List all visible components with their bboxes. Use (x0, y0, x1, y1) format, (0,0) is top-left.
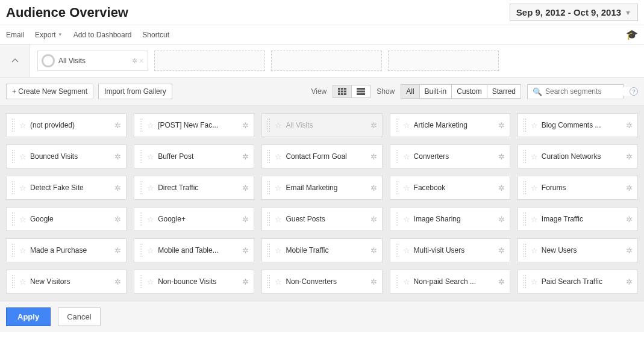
drag-handle-icon[interactable] (267, 212, 271, 226)
star-icon[interactable]: ☆ (147, 121, 154, 130)
gear-icon[interactable]: ✲ (626, 215, 633, 224)
gear-icon[interactable]: ✲ (626, 277, 633, 286)
segment-card[interactable]: ☆Google+✲ (134, 207, 254, 231)
star-icon[interactable]: ☆ (19, 246, 27, 255)
star-icon[interactable]: ☆ (403, 152, 410, 161)
gear-icon[interactable]: ✲ (626, 246, 633, 255)
segment-card[interactable]: ☆Multi-visit Users✲ (390, 238, 510, 262)
segment-card[interactable]: ☆Mobile and Table...✲ (134, 238, 254, 262)
segment-card[interactable]: ☆Forums✲ (517, 176, 638, 200)
star-icon[interactable]: ☆ (275, 152, 282, 161)
star-icon[interactable]: ☆ (19, 215, 27, 224)
segment-card[interactable]: ☆Blog Comments ...✲ (517, 113, 638, 137)
add-to-dashboard-link[interactable]: Add to Dashboard (73, 31, 132, 39)
gear-icon[interactable]: ✲ (498, 184, 505, 193)
segment-card[interactable]: ☆[POST] New Fac...✲ (134, 113, 254, 137)
segment-card[interactable]: ☆Image Traffic✲ (517, 207, 638, 231)
filter-builtin[interactable]: Built-in (419, 85, 452, 98)
gear-icon[interactable]: ✲ (114, 121, 121, 130)
gear-icon[interactable]: ✲ (242, 277, 249, 286)
drag-handle-icon[interactable] (267, 181, 271, 195)
gear-icon[interactable]: ✲ (498, 152, 505, 161)
gear-icon[interactable]: ✲ (498, 277, 505, 286)
segment-card[interactable]: ☆Google✲ (6, 207, 127, 231)
segment-card[interactable]: ☆Non-paid Search ...✲ (390, 270, 510, 294)
segment-card[interactable]: ☆Facebook✲ (390, 176, 510, 200)
search-segments-box[interactable]: 🔍 (527, 84, 624, 99)
gear-icon[interactable]: ✲ (370, 121, 377, 130)
drag-handle-icon[interactable] (139, 181, 143, 195)
drag-handle-icon[interactable] (395, 181, 399, 195)
segment-card[interactable]: ☆New Visitors✲ (6, 270, 127, 294)
grid-view-option[interactable] (333, 85, 351, 97)
empty-segment-slot[interactable] (388, 51, 499, 71)
drag-handle-icon[interactable] (139, 149, 143, 164)
drag-handle-icon[interactable] (395, 243, 399, 258)
gear-icon[interactable]: ✲ (370, 277, 377, 286)
segment-card[interactable]: ☆Converters✲ (390, 144, 510, 168)
star-icon[interactable]: ☆ (19, 184, 27, 193)
segment-card[interactable]: ☆Direct Traffic✲ (134, 176, 254, 200)
star-icon[interactable]: ☆ (275, 277, 282, 286)
gear-icon[interactable]: ✲ (370, 184, 377, 193)
gear-icon[interactable]: ✲ (242, 246, 249, 255)
apply-button[interactable]: Apply (6, 307, 51, 326)
drag-handle-icon[interactable] (523, 243, 527, 258)
star-icon[interactable]: ☆ (403, 215, 410, 224)
gear-icon[interactable]: ✲ (114, 277, 121, 286)
drag-handle-icon[interactable] (267, 149, 271, 164)
segment-card[interactable]: ☆Mobile Traffic✲ (261, 238, 382, 262)
gear-icon[interactable]: ✲ (498, 121, 505, 130)
gear-icon[interactable]: ✲ (132, 57, 137, 65)
drag-handle-icon[interactable] (267, 274, 271, 289)
gear-icon[interactable]: ✲ (242, 152, 249, 161)
drag-handle-icon[interactable] (139, 243, 143, 258)
shortcut-link[interactable]: Shortcut (142, 31, 169, 39)
segment-card[interactable]: ☆Buffer Post✲ (134, 144, 254, 168)
create-segment-button[interactable]: + Create New Segment (6, 84, 93, 99)
segment-card[interactable]: ☆Email Marketing✲ (261, 176, 382, 200)
gear-icon[interactable]: ✲ (370, 215, 377, 224)
star-icon[interactable]: ☆ (531, 184, 538, 193)
star-icon[interactable]: ☆ (531, 246, 538, 255)
gear-icon[interactable]: ✲ (242, 121, 249, 130)
active-segment-chip[interactable]: All Visits ✲ ✕ (37, 51, 148, 71)
drag-handle-icon[interactable] (11, 274, 16, 289)
segment-card[interactable]: ☆Article Marketing✲ (390, 113, 510, 137)
drag-handle-icon[interactable] (523, 149, 527, 164)
star-icon[interactable]: ☆ (531, 277, 538, 286)
gear-icon[interactable]: ✲ (626, 121, 633, 130)
drag-handle-icon[interactable] (11, 243, 16, 258)
gear-icon[interactable]: ✲ (114, 246, 121, 255)
segment-card[interactable]: ☆Made a Purchase✲ (6, 238, 127, 262)
drag-handle-icon[interactable] (139, 274, 143, 289)
filter-all[interactable]: All (401, 85, 419, 98)
graduation-icon[interactable]: 🎓 (626, 29, 638, 40)
segment-card[interactable]: ☆(not provided)✲ (6, 113, 127, 137)
collapse-toggle[interactable] (0, 45, 30, 77)
gear-icon[interactable]: ✲ (114, 215, 121, 224)
star-icon[interactable]: ☆ (275, 246, 282, 255)
segment-card[interactable]: ☆All Visits✲ (261, 113, 382, 137)
drag-handle-icon[interactable] (523, 212, 527, 226)
segment-card[interactable]: ☆New Users✲ (517, 238, 638, 262)
gear-icon[interactable]: ✲ (114, 152, 121, 161)
cancel-button[interactable]: Cancel (58, 307, 100, 326)
star-icon[interactable]: ☆ (403, 246, 410, 255)
filter-starred[interactable]: Starred (487, 85, 521, 98)
segment-card[interactable]: ☆Paid Search Traffic✲ (517, 270, 638, 294)
drag-handle-icon[interactable] (267, 243, 271, 258)
drag-handle-icon[interactable] (523, 118, 527, 132)
segment-card[interactable]: ☆Bounced Visits✲ (6, 144, 127, 168)
gear-icon[interactable]: ✲ (626, 184, 633, 193)
star-icon[interactable]: ☆ (531, 152, 538, 161)
star-icon[interactable]: ☆ (147, 277, 154, 286)
gear-icon[interactable]: ✲ (242, 215, 249, 224)
drag-handle-icon[interactable] (395, 274, 399, 289)
list-view-option[interactable] (351, 85, 370, 97)
star-icon[interactable]: ☆ (275, 121, 282, 130)
star-icon[interactable]: ☆ (147, 152, 154, 161)
star-icon[interactable]: ☆ (403, 184, 410, 193)
import-gallery-button[interactable]: Import from Gallery (98, 84, 172, 99)
drag-handle-icon[interactable] (395, 149, 399, 164)
